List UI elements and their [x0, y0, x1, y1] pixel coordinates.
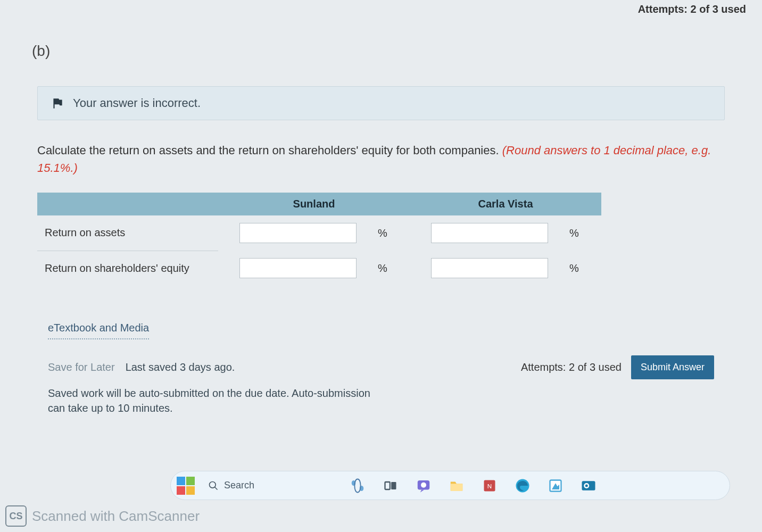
taskbar-pinned: N — [349, 477, 598, 495]
flag-icon — [51, 96, 64, 110]
search-icon — [208, 480, 219, 491]
svg-point-0 — [210, 481, 216, 488]
unit-label: % — [569, 251, 601, 286]
paint-icon[interactable] — [546, 477, 565, 495]
outlook-icon[interactable] — [579, 477, 598, 495]
svg-rect-3 — [391, 482, 396, 489]
chat-icon[interactable] — [415, 477, 433, 495]
etextbook-link[interactable]: eTextbook and Media — [48, 318, 149, 339]
unit-label: % — [378, 215, 410, 251]
feedback-message: Your answer is incorrect. — [73, 96, 201, 110]
copilot-icon[interactable] — [349, 477, 367, 495]
camscanner-watermark: CS Scanned with CamScanner — [5, 505, 200, 527]
unit-label: % — [569, 215, 601, 251]
resources-row: eTextbook and Media — [48, 318, 714, 339]
feedback-banner: Your answer is incorrect. — [37, 86, 725, 120]
save-row: Save for Later Last saved 3 days ago. At… — [48, 355, 714, 379]
windows-icon — [177, 477, 195, 495]
answer-table: Sunland Carla Vista Return on assets % %… — [37, 193, 601, 286]
app-icon[interactable]: N — [481, 477, 499, 495]
question-prompt: Calculate the return on assets and the r… — [37, 144, 502, 157]
row-label: Return on assets — [37, 215, 218, 251]
question-panel: (b) Your answer is incorrect. Calculate … — [0, 0, 762, 415]
attempts-counter-top: Attempts: 2 of 3 used — [638, 3, 746, 15]
start-button[interactable] — [176, 476, 195, 495]
svg-point-13 — [585, 484, 588, 487]
task-view-icon[interactable] — [382, 477, 400, 495]
submit-answer-button[interactable]: Submit Answer — [631, 355, 714, 379]
svg-point-5 — [421, 482, 426, 487]
roe-carlavista-input[interactable] — [431, 258, 548, 278]
row-label: Return on shareholders' equity — [37, 251, 218, 286]
last-saved-label: Last saved 3 days ago. — [126, 361, 235, 373]
table-row: Return on assets % % — [37, 215, 601, 251]
table-header-col1: Sunland — [218, 193, 410, 215]
roa-sunland-input[interactable] — [239, 223, 357, 243]
camscanner-badge-icon: CS — [5, 505, 27, 527]
taskbar: Search N — [170, 471, 730, 500]
part-label: (b) — [32, 43, 735, 60]
table-header-col2: Carla Vista — [410, 193, 601, 215]
autosave-note: Saved work will be auto-submitted on the… — [48, 386, 378, 415]
taskbar-search-label: Search — [224, 480, 254, 491]
taskbar-search[interactable]: Search — [208, 480, 314, 491]
svg-rect-6 — [451, 484, 463, 491]
edge-icon[interactable] — [513, 477, 532, 495]
svg-text:N: N — [487, 482, 492, 489]
roe-sunland-input[interactable] — [239, 258, 357, 278]
save-for-later-button[interactable]: Save for Later — [48, 361, 115, 373]
attempts-counter-bottom: Attempts: 2 of 3 used — [521, 361, 622, 373]
roa-carlavista-input[interactable] — [431, 223, 548, 243]
table-row: Return on shareholders' equity % % — [37, 251, 601, 286]
svg-line-1 — [215, 487, 218, 489]
question-text: Calculate the return on assets and the r… — [37, 142, 725, 177]
svg-rect-2 — [385, 482, 390, 489]
table-header-blank — [37, 193, 218, 215]
unit-label: % — [378, 251, 410, 286]
camscanner-text: Scanned with CamScanner — [32, 508, 200, 525]
file-explorer-icon[interactable] — [448, 477, 466, 495]
